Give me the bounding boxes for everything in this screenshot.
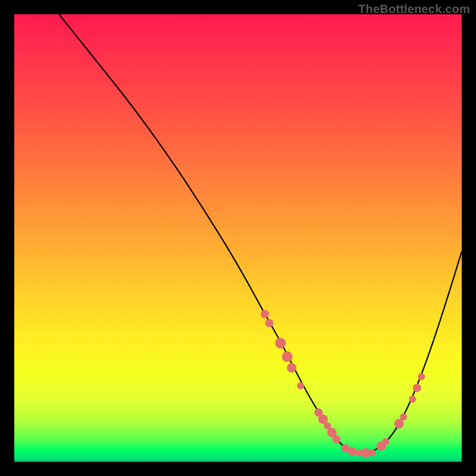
curve-marker xyxy=(265,319,274,327)
chart-plot-area xyxy=(14,14,462,462)
watermark-text: TheBottleneck.com xyxy=(358,2,470,16)
curve-marker xyxy=(275,338,286,349)
bottleneck-curve xyxy=(59,14,462,453)
curve-marker xyxy=(382,438,389,445)
curve-marker xyxy=(369,449,376,456)
curve-marker xyxy=(332,435,340,443)
curve-marker xyxy=(409,396,416,403)
curve-marker xyxy=(282,351,293,362)
bottleneck-chart-svg xyxy=(14,14,462,462)
curve-marker xyxy=(297,382,304,389)
curve-markers xyxy=(261,310,425,458)
curve-marker xyxy=(400,414,407,421)
curve-marker xyxy=(287,363,296,372)
curve-marker xyxy=(261,310,269,318)
curve-marker xyxy=(394,419,404,428)
curve-marker xyxy=(418,373,425,380)
curve-marker xyxy=(348,447,356,456)
curve-marker xyxy=(413,384,421,392)
